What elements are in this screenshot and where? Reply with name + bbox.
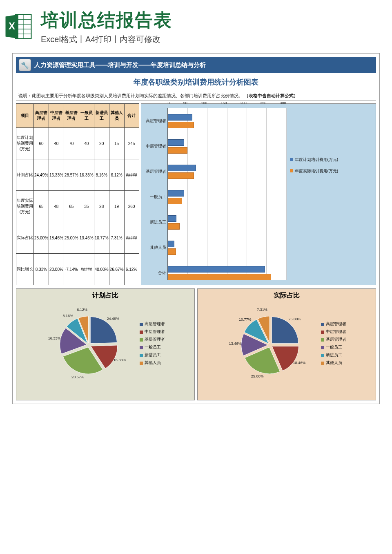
legend-label: 基层管理者 xyxy=(145,337,165,342)
pie-slice-label: 16.33% xyxy=(114,358,126,362)
cell: 8.16% xyxy=(94,159,109,191)
cell: 20 xyxy=(94,128,109,159)
bar xyxy=(168,274,271,280)
legend-label: 其他人员 xyxy=(326,360,342,366)
desc-bold: （表格中含自动计算公式） xyxy=(244,93,298,98)
pie-slice-label: 8.16% xyxy=(62,314,73,318)
bar-legend: 年度计划培训费用(万元)年度实际培训费用(万元) xyxy=(290,157,339,281)
document-preview: 🔧 人力资源管理实用工具——培训与开发——年度培训总结与分析 年度各职级类别培训… xyxy=(12,53,380,404)
excel-icon: X xyxy=(4,12,33,41)
cell: 65 xyxy=(34,191,49,222)
bar-category-label: 合计 xyxy=(142,270,166,276)
pie-title-plan: 计划占比 xyxy=(19,291,192,300)
cell: 48 xyxy=(49,191,64,222)
page-title: 培训总结报告表 xyxy=(41,8,388,32)
table-header: 一般员工 xyxy=(79,104,94,128)
row-label: 实际占比 xyxy=(16,222,34,254)
legend-label: 高层管理者 xyxy=(326,321,346,327)
bar xyxy=(168,122,194,128)
bar xyxy=(168,190,185,197)
row-label: 同比增长 xyxy=(16,254,34,285)
pie-slice-label: 10.77% xyxy=(239,317,252,322)
doc-description: 说明：此图表主要用于分析年度各职级类别人员培训费用计划与实际的差距情况、各部门培… xyxy=(16,91,376,101)
table-header: 中层管理者 xyxy=(49,104,64,128)
legend-label: 一般员工 xyxy=(145,344,161,350)
pie-plan: 计划占比 24.49%16.33%28.57%16.33%8.16%6.12% … xyxy=(16,288,195,400)
cell: 65 xyxy=(64,191,79,222)
bar-category-label: 高层管理者 xyxy=(142,118,166,124)
legend-label: 新进员工 xyxy=(326,352,342,358)
pie-slice-label: 16.33% xyxy=(48,336,61,340)
table-header: 基层管理者 xyxy=(64,104,79,128)
pie-slice-label: 7.31% xyxy=(257,308,267,312)
pie-slice-label: 28.57% xyxy=(71,375,84,379)
cell: ##### xyxy=(124,222,139,254)
cell: 6.12% xyxy=(109,159,124,191)
cell: 260 xyxy=(124,191,139,222)
bar xyxy=(168,215,176,222)
cell: 20.00% xyxy=(49,254,64,285)
table-header: 其他人员 xyxy=(109,104,124,128)
bar xyxy=(168,248,176,255)
cell: 40.00% xyxy=(94,254,109,285)
bar-category-label: 中层管理者 xyxy=(142,143,166,149)
bar xyxy=(168,165,196,171)
legend-label: 其他人员 xyxy=(145,360,161,366)
cell: 40 xyxy=(79,128,94,159)
cell: 18.46% xyxy=(49,222,64,254)
svg-text:X: X xyxy=(9,20,15,31)
page-header: X 培训总结报告表 Excel格式丨A4打印丨内容可修改 xyxy=(0,0,392,49)
table-header: 项目 xyxy=(16,104,34,128)
pie-slice-label: 25.00% xyxy=(251,374,264,378)
bar-category-label: 新进员工 xyxy=(142,219,166,225)
cell: ##### xyxy=(79,254,94,285)
bar xyxy=(168,223,180,230)
cell: ##### xyxy=(124,159,139,191)
legend-label: 基层管理者 xyxy=(326,337,346,342)
legend-label: 中层管理者 xyxy=(145,329,165,335)
pie-title-actual: 实际占比 xyxy=(200,291,373,300)
bar xyxy=(168,139,185,146)
bar xyxy=(168,114,192,121)
doc-subtitle: 年度各职级类别培训费用统计分析图表 xyxy=(16,73,376,91)
row-label: 年度计划培训费用(万元) xyxy=(16,128,34,159)
pie-slice-label: 18.46% xyxy=(293,361,306,365)
cell: 70 xyxy=(64,128,79,159)
bar-category-label: 其他人员 xyxy=(142,245,166,250)
legend-label: 高层管理者 xyxy=(145,321,165,327)
cell: 8.33% xyxy=(34,254,49,285)
bar xyxy=(168,172,194,179)
bar-category-label: 基层管理者 xyxy=(142,169,166,174)
cell: 245 xyxy=(124,128,139,159)
cell: 28 xyxy=(94,191,109,222)
bar-category-label: 一般员工 xyxy=(142,194,166,200)
pie-slice-label: 13.46% xyxy=(229,342,242,346)
row-label: 年度实际培训费用(万元) xyxy=(16,191,34,222)
bar xyxy=(168,147,187,154)
cell: 40 xyxy=(49,128,64,159)
legend-label: 年度实际培训费用(万元) xyxy=(295,168,339,174)
cell: 25.00% xyxy=(64,222,79,254)
data-table: 项目高层管理者中层管理者基层管理者一般员工新进员工其他人员合计 年度计划培训费用… xyxy=(16,103,139,285)
legend-label: 年度计划培训费用(万元) xyxy=(295,157,339,163)
bar xyxy=(168,266,265,273)
row-label: 计划占比 xyxy=(16,159,34,191)
cell: -7.14% xyxy=(64,254,79,285)
cell: 19 xyxy=(109,191,124,222)
legend-label: 一般员工 xyxy=(326,344,342,350)
cell: 60 xyxy=(34,128,49,159)
legend-label: 新进员工 xyxy=(145,352,161,358)
pie-slice-label: 6.12% xyxy=(77,308,87,312)
bar-chart: 050100150200250300 高层管理者中层管理者基层管理者一般员工新进… xyxy=(141,103,376,285)
legend-label: 中层管理者 xyxy=(326,329,346,335)
cell: 25.00% xyxy=(34,222,49,254)
table-row: 计划占比24.49%16.33%28.57%16.33%8.16%6.12%##… xyxy=(16,159,139,191)
pie-actual: 实际占比 25.00%18.46%25.00%13.46%10.77%7.31%… xyxy=(197,288,376,400)
cell: 35 xyxy=(79,191,94,222)
cell: 10.77% xyxy=(94,222,109,254)
cell: 15 xyxy=(109,128,124,159)
table-row: 同比增长8.33%20.00%-7.14%#####40.00%26.67%6.… xyxy=(16,254,139,285)
pie-legend: 高层管理者中层管理者基层管理者一般员工新进员工其他人员 xyxy=(321,319,346,368)
bar xyxy=(168,198,183,204)
doc-banner: 🔧 人力资源管理实用工具——培训与开发——年度培训总结与分析 xyxy=(16,57,376,73)
